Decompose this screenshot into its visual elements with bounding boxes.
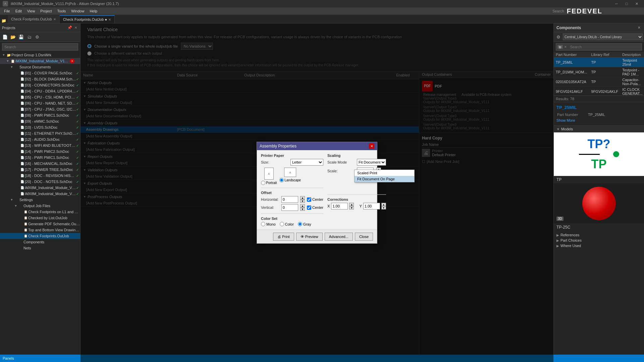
list-item[interactable]: 📄iMX8M_Industrial_Module_V111.BomDo✓	[0, 185, 80, 191]
landscape-option[interactable]: A Landscape	[279, 168, 301, 185]
list-item[interactable]: 📄[15] - PWR PMIC1.SchDoc✓	[0, 155, 80, 161]
portrait-option[interactable]: A Portrait	[261, 168, 277, 185]
y-down[interactable]: ▼	[381, 206, 386, 209]
list-item[interactable]: 📄[18] - DOC - REVISION HISTORY.SchDoc✓	[0, 173, 80, 179]
horizontal-input[interactable]	[281, 196, 298, 203]
menu-project[interactable]: Project	[38, 7, 54, 15]
tab-1-close[interactable]: ✕	[53, 17, 56, 21]
mono-option[interactable]: Mono	[261, 222, 276, 226]
x-down[interactable]: ▼	[349, 206, 354, 209]
list-item[interactable]: 📄[06] - CPU - NAND, NET, SD, SAI, IO.Sch…	[0, 100, 80, 106]
list-item[interactable]: 📄[14] - PWR PMIC2.SchDoc✓	[0, 148, 80, 155]
tree-settings[interactable]: ▼ Settings	[0, 197, 80, 203]
list-item[interactable]: 📋Checked by List.OutJob	[0, 215, 80, 221]
tab-outjob-1[interactable]: Check Footprints.OutJob ✕	[8, 15, 60, 23]
vertical-center-check[interactable]: Center	[307, 205, 323, 210]
menu-tools[interactable]: Tools	[55, 7, 69, 15]
tree-source-docs[interactable]: ▼ Source Documents	[0, 64, 80, 70]
scale-mode-select[interactable]: Fit Document On Page Scaled Print	[357, 159, 386, 166]
table-row[interactable]: TP_25MILTPTestpoint 25mil	[554, 58, 644, 67]
show-more-link[interactable]: Show More	[556, 118, 575, 122]
new-file-button[interactable]: 📄	[1, 33, 9, 41]
menu-window[interactable]: Window	[68, 7, 87, 15]
list-item[interactable]: 📄[11] - ETHERNET PHY.SchDoc✓	[0, 130, 80, 136]
list-item[interactable]: 📄[09] - eMMC.SchDoc✓	[0, 118, 80, 124]
list-item[interactable]: 📄[07] - CPU - JTAG, OSC, I2C MEM, LEDs.S…	[0, 106, 80, 112]
horizontal-center-check[interactable]: Center	[307, 197, 323, 202]
list-item[interactable]: 📄iMX8M_Industrial_Module_V111_PCB.P✓	[0, 191, 80, 197]
gray-option[interactable]: Gray	[298, 222, 311, 226]
table-row[interactable]: 02016D105KAT2ATPCapacitor-Non-Pola...	[554, 77, 644, 87]
y-up[interactable]: ▲	[381, 203, 386, 206]
print-button[interactable]: 🖨 Print	[273, 233, 294, 241]
advanced-button[interactable]: Advanced...	[325, 233, 353, 241]
list-item[interactable]: 📄[05] - CPU - CSI, HDMI, PCIE, DSI, USB.…	[0, 94, 80, 100]
horizontal-up[interactable]: ▲	[300, 196, 305, 199]
vertical-up[interactable]: ▲	[300, 204, 305, 207]
list-item[interactable]: 📄[03] - CONNECTORS.SchDoc✓	[0, 82, 80, 88]
tree-output-jobs[interactable]: ▼ Output Job Files	[0, 203, 80, 209]
models-header[interactable]: ▼ Models	[554, 126, 644, 132]
list-item[interactable]: 📄[20] - DOC - NOTES.SchDoc✓	[0, 179, 80, 185]
list-item[interactable]: 📄[13] - WIFI AND BLUETOOTH.SchDoc✓	[0, 142, 80, 148]
x-up[interactable]: ▲	[349, 203, 354, 206]
menu-file[interactable]: File	[1, 7, 13, 15]
components-panel-close[interactable]: ✕	[637, 25, 641, 30]
list-item-selected[interactable]: 📋Check Footprints.OutJob	[0, 233, 80, 239]
panel-close-icon[interactable]: ✕	[73, 25, 78, 30]
tree-project-group[interactable]: ▼ 📁 Project Group 1.DsnWrk	[0, 52, 80, 58]
dropdown-item-scaled-print[interactable]: Scaled Print	[355, 170, 414, 176]
horizontal-center-checkbox[interactable]	[307, 197, 311, 202]
open-file-button[interactable]: 📂	[9, 33, 17, 41]
tree-project-main[interactable]: ▼ 📋 iMX8M_Industrial_Module_V111.PrjPcb …	[0, 58, 80, 64]
vertical-center-checkbox[interactable]	[307, 205, 311, 210]
dialog-close-button[interactable]: ✕	[369, 143, 374, 149]
x-input[interactable]	[331, 203, 348, 209]
component-search-input[interactable]	[568, 43, 640, 51]
tab-outjob-2[interactable]: Check Footprints.OutJob ● ✕	[60, 15, 115, 23]
close-dialog-button[interactable]: Close	[355, 233, 373, 241]
list-item[interactable]: 📄[12] - AUDIO.SchDoc✓	[0, 136, 80, 142]
save-button[interactable]: 💾	[17, 33, 25, 41]
close-button[interactable]: ✕	[632, 0, 641, 7]
references-link[interactable]: ▶ References	[556, 232, 641, 238]
list-item[interactable]: 📄[16] - MECHANICAL.SchDoc✓	[0, 161, 80, 167]
list-item[interactable]: 📄[17] - POWER TREE.SchDoc✓	[0, 167, 80, 173]
library-select[interactable]: Central_Library.DbLib - Central Library	[563, 34, 643, 40]
maximize-button[interactable]: □	[622, 0, 631, 7]
list-item[interactable]: 📄[01] - COVER PAGE.SchDoc✓	[0, 70, 80, 76]
list-item[interactable]: 📋Check Footprints on L1 and L2.OutJ	[0, 209, 80, 215]
tab-2-close[interactable]: ✕	[108, 18, 111, 21]
mono-radio[interactable]	[261, 222, 265, 226]
filter-button[interactable]: ⚙	[555, 33, 562, 41]
list-item[interactable]: 📄[08] - PWR PMIC1.SchDoc✓	[0, 112, 80, 118]
filter-tag-close[interactable]: ✕	[564, 45, 567, 49]
list-item[interactable]: 📄[04] - CPU - DDR4, LPDDR4 MEM.SchDoc✓	[0, 88, 80, 94]
portrait-radio[interactable]	[261, 181, 265, 185]
list-item[interactable]: 📋Top and Bottom View Drawing.OutJo	[0, 227, 80, 233]
list-item[interactable]: 📄[10] - LVDS.SchDoc✓	[0, 124, 80, 130]
gray-radio[interactable]	[298, 222, 302, 226]
menu-edit[interactable]: Edit	[13, 7, 24, 15]
horizontal-down[interactable]: ▼	[300, 199, 305, 203]
vertical-down[interactable]: ▼	[300, 207, 305, 211]
where-used-link[interactable]: ▶ Where Used	[556, 243, 641, 248]
part-choices-link[interactable]: ▶ Part Choices	[556, 238, 641, 243]
menu-help[interactable]: Help	[87, 7, 100, 15]
landscape-radio[interactable]	[279, 178, 284, 182]
dropdown-item-fit-doc[interactable]: Fit Document On Page	[355, 176, 414, 182]
save-all-button[interactable]: 🗂	[25, 33, 33, 41]
minimize-button[interactable]: ─	[612, 0, 621, 7]
list-item[interactable]: 📋Generate PDF Schematic.OutJob	[0, 221, 80, 227]
preview-button[interactable]: 👁 Preview	[296, 233, 323, 241]
table-row[interactable]: 9FGV0241AKLF9FGV0241AKLFIC CLOCK GENERAT…	[554, 87, 644, 96]
list-item[interactable]: 📄[02] - BLOCK DIAGRAM.SchDoc✓	[0, 76, 80, 82]
pin-icon[interactable]: 📌	[67, 25, 72, 30]
color-option[interactable]: Color	[280, 222, 294, 226]
tree-components[interactable]: Components	[0, 239, 80, 245]
paper-size-select[interactable]: Letter	[290, 159, 323, 166]
settings-button[interactable]: ⚙	[34, 33, 41, 41]
vertical-input[interactable]	[281, 204, 298, 211]
project-search-input[interactable]	[2, 43, 78, 51]
table-row[interactable]: TP_D1MM_HOM...TPTestpoint - PAD 1M...	[554, 67, 644, 77]
